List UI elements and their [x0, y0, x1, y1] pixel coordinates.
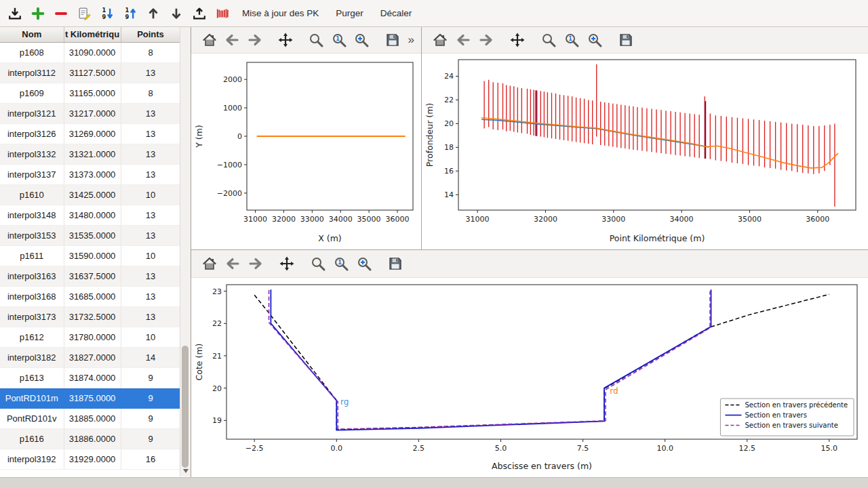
table-row[interactable]: interpol311231127.500013: [0, 62, 180, 83]
mpl-zoom-one-button[interactable]: 1: [561, 30, 582, 50]
cell-nom[interactable]: PontRD101m: [0, 388, 64, 408]
cell-pk[interactable]: 31127.5000: [64, 62, 121, 83]
mpl-zoom-plus-button[interactable]: [354, 253, 374, 274]
cell-points[interactable]: 8: [121, 42, 180, 62]
toolbar-text-button-0[interactable]: Mise à jour des PK: [236, 5, 325, 22]
cell-pk[interactable]: 31875.0000: [64, 388, 121, 408]
cell-pk[interactable]: 31886.0000: [64, 428, 121, 449]
cell-nom[interactable]: p1610: [0, 184, 64, 205]
cell-points[interactable]: 13: [121, 164, 180, 184]
cell-points[interactable]: 10: [121, 245, 180, 266]
cell-nom[interactable]: p1613: [0, 367, 64, 388]
table-row[interactable]: interpol319231929.000016: [0, 449, 180, 469]
table-row[interactable]: interpol318231827.000014: [0, 347, 180, 367]
add-section-button[interactable]: [28, 4, 47, 22]
mpl-save-button[interactable]: [382, 30, 402, 50]
cell-pk[interactable]: 31685.0000: [64, 286, 121, 306]
sort-descending-button[interactable]: 19: [98, 4, 116, 22]
cell-nom[interactable]: PontRD101v: [0, 408, 64, 428]
cell-nom[interactable]: interpol3168: [0, 286, 64, 306]
cell-points[interactable]: 13: [121, 144, 180, 164]
cell-nom[interactable]: interpol3126: [0, 123, 64, 144]
table-row[interactable]: interpol313731373.000013: [0, 164, 180, 184]
plan-view-chart[interactable]: 310003200033000340003500036000−2000−1000…: [191, 53, 421, 249]
cell-pk[interactable]: 31217.0000: [64, 103, 121, 123]
column-header-pk[interactable]: t Kilométriqu: [64, 27, 121, 42]
column-header-nom[interactable]: Nom: [0, 27, 64, 42]
cell-points[interactable]: 13: [121, 266, 180, 286]
table-row[interactable]: interpol316831685.000013: [0, 286, 180, 306]
cell-nom[interactable]: p1612: [0, 327, 64, 347]
mpl-back-button[interactable]: [222, 253, 243, 274]
cell-nom[interactable]: interpol3173: [0, 306, 64, 327]
cell-pk[interactable]: 31480.0000: [64, 205, 121, 225]
cell-pk[interactable]: 31590.0000: [64, 245, 121, 266]
table-row[interactable]: p160831090.00008: [0, 42, 180, 62]
scrollbar-down-button[interactable]: [180, 466, 191, 476]
mpl-zoom-one-button[interactable]: 1: [329, 30, 349, 50]
sort-ascending-button[interactable]: 19: [121, 4, 139, 22]
cell-nom[interactable]: interpol3192: [0, 449, 64, 469]
table-row[interactable]: interpol314831480.000013: [0, 205, 180, 225]
cell-points[interactable]: 10: [121, 327, 180, 347]
cell-points[interactable]: 16: [121, 449, 180, 469]
toolbar-text-button-1[interactable]: Purger: [330, 5, 370, 22]
mpl-back-button[interactable]: [222, 30, 241, 50]
table-row[interactable]: p161331874.00009: [0, 367, 180, 388]
cell-points[interactable]: 13: [121, 103, 180, 123]
mpl-save-button[interactable]: [385, 253, 406, 274]
column-header-points[interactable]: Points: [121, 27, 180, 42]
mpl-zoom-plus-button[interactable]: [585, 30, 605, 50]
cell-pk[interactable]: 31827.0000: [64, 347, 121, 367]
table-row[interactable]: interpol313231321.000013: [0, 144, 180, 164]
cell-nom[interactable]: p1611: [0, 245, 64, 266]
cell-pk[interactable]: 31535.0000: [64, 225, 121, 245]
cell-nom[interactable]: interpol3163: [0, 266, 64, 286]
mpl-pan-button[interactable]: [507, 30, 528, 50]
mpl-forward-button[interactable]: [245, 253, 266, 274]
table-row[interactable]: interpol312631269.000013: [0, 123, 180, 144]
toolbar-overflow-button[interactable]: »: [406, 33, 417, 47]
cell-points[interactable]: 10: [121, 184, 180, 205]
table-row[interactable]: p161031425.000010: [0, 184, 180, 205]
table-row[interactable]: interpol312131217.000013: [0, 103, 180, 123]
cell-points[interactable]: 9: [121, 428, 180, 449]
cell-pk[interactable]: 31874.0000: [64, 367, 121, 388]
cell-pk[interactable]: 31165.0000: [64, 83, 121, 103]
cross-section-chart[interactable]: −2.50.02.55.07.510.012.515.01920212223Ab…: [191, 278, 868, 477]
export-button[interactable]: [190, 4, 208, 22]
cell-pk[interactable]: 31732.5000: [64, 306, 121, 327]
table-row[interactable]: p161231780.000010: [0, 327, 180, 347]
table-row[interactable]: PontRD101m31875.00009: [0, 388, 180, 408]
longitudinal-profile-chart[interactable]: 3100032000330003400035000360001416182022…: [422, 53, 868, 249]
cell-pk[interactable]: 31929.0000: [64, 449, 121, 469]
mpl-zoom-button[interactable]: [307, 30, 326, 50]
cell-pk[interactable]: 31425.0000: [64, 184, 121, 205]
table-row[interactable]: interpol316331637.500013: [0, 266, 180, 286]
mpl-zoom-button[interactable]: [538, 30, 559, 50]
mpl-forward-button[interactable]: [245, 30, 264, 50]
move-down-button[interactable]: [167, 4, 185, 22]
cell-pk[interactable]: 31373.0000: [64, 164, 121, 184]
cell-pk[interactable]: 31885.0000: [64, 408, 121, 428]
cell-pk[interactable]: 31269.0000: [64, 123, 121, 144]
cell-points[interactable]: 13: [121, 306, 180, 327]
cell-pk[interactable]: 31321.0000: [64, 144, 121, 164]
import-button[interactable]: [5, 4, 24, 22]
mpl-home-button[interactable]: [199, 253, 220, 274]
mpl-zoom-button[interactable]: [308, 253, 328, 274]
cell-nom[interactable]: p1609: [0, 83, 64, 103]
mpl-save-button[interactable]: [616, 30, 636, 50]
cell-points[interactable]: 8: [121, 83, 180, 103]
cell-points[interactable]: 14: [121, 347, 180, 367]
cell-points[interactable]: 13: [121, 205, 180, 225]
cell-pk[interactable]: 31637.5000: [64, 266, 121, 286]
sections-profile-button[interactable]: [213, 4, 231, 22]
table-row[interactable]: p161131590.000010: [0, 245, 180, 266]
cell-nom[interactable]: interpol3121: [0, 103, 64, 123]
cell-nom[interactable]: interpol3112: [0, 62, 64, 83]
mpl-pan-button[interactable]: [277, 253, 297, 274]
remove-section-button[interactable]: [52, 4, 70, 22]
cell-nom[interactable]: interpol3182: [0, 347, 64, 367]
cell-nom[interactable]: p1616: [0, 428, 64, 449]
